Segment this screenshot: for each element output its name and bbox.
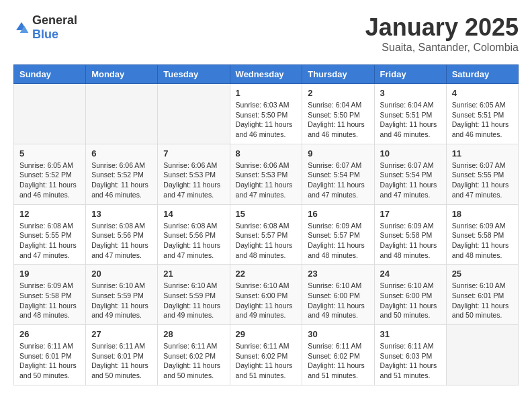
day-info: Sunrise: 6:07 AMSunset: 5:54 PMDaylight:… <box>380 161 441 200</box>
table-row: 5Sunrise: 6:05 AMSunset: 5:52 PMDaylight… <box>14 144 86 204</box>
day-number: 15 <box>236 209 297 219</box>
day-info: Sunrise: 6:06 AMSunset: 5:53 PMDaylight:… <box>236 161 297 200</box>
col-monday: Monday <box>86 65 158 84</box>
day-number: 1 <box>236 88 297 98</box>
calendar-week-row: 1Sunrise: 6:03 AMSunset: 5:50 PMDaylight… <box>14 84 519 144</box>
day-number: 22 <box>236 269 297 279</box>
table-row: 25Sunrise: 6:10 AMSunset: 6:01 PMDayligh… <box>446 265 518 325</box>
day-number: 2 <box>308 88 368 98</box>
col-tuesday: Tuesday <box>158 65 230 84</box>
logo-icon <box>13 19 30 36</box>
day-info: Sunrise: 6:11 AMSunset: 6:01 PMDaylight:… <box>91 341 152 381</box>
day-info: Sunrise: 6:04 AMSunset: 5:51 PMDaylight:… <box>380 100 441 140</box>
day-info: Sunrise: 6:10 AMSunset: 6:00 PMDaylight:… <box>236 281 297 320</box>
table-row <box>158 84 230 144</box>
day-info: Sunrise: 6:05 AMSunset: 5:51 PMDaylight:… <box>452 100 513 140</box>
day-number: 13 <box>91 209 152 219</box>
table-row: 14Sunrise: 6:08 AMSunset: 5:56 PMDayligh… <box>158 204 230 265</box>
day-info: Sunrise: 6:07 AMSunset: 5:54 PMDaylight:… <box>308 161 368 200</box>
day-info: Sunrise: 6:09 AMSunset: 5:58 PMDaylight:… <box>380 221 441 261</box>
calendar-week-row: 26Sunrise: 6:11 AMSunset: 6:01 PMDayligh… <box>14 325 519 385</box>
day-number: 17 <box>380 209 441 219</box>
day-info: Sunrise: 6:10 AMSunset: 6:00 PMDaylight:… <box>308 281 368 320</box>
day-number: 29 <box>236 329 297 339</box>
day-info: Sunrise: 6:10 AMSunset: 6:00 PMDaylight:… <box>380 281 441 320</box>
table-row: 21Sunrise: 6:10 AMSunset: 5:59 PMDayligh… <box>158 265 230 325</box>
day-number: 30 <box>308 329 368 339</box>
title-block: January 2025 Suaita, Santander, Colombia <box>365 13 519 54</box>
table-row: 13Sunrise: 6:08 AMSunset: 5:56 PMDayligh… <box>86 204 158 265</box>
day-info: Sunrise: 6:07 AMSunset: 5:55 PMDaylight:… <box>452 161 513 200</box>
day-number: 23 <box>308 269 368 279</box>
day-number: 4 <box>452 88 513 98</box>
table-row: 11Sunrise: 6:07 AMSunset: 5:55 PMDayligh… <box>446 144 518 204</box>
table-row: 2Sunrise: 6:04 AMSunset: 5:50 PMDaylight… <box>302 84 374 144</box>
day-number: 26 <box>19 329 80 339</box>
day-number: 20 <box>91 269 152 279</box>
calendar-week-row: 5Sunrise: 6:05 AMSunset: 5:52 PMDaylight… <box>14 144 519 204</box>
table-row: 12Sunrise: 6:08 AMSunset: 5:55 PMDayligh… <box>14 204 86 265</box>
day-info: Sunrise: 6:08 AMSunset: 5:57 PMDaylight:… <box>236 221 297 261</box>
day-number: 12 <box>19 209 80 219</box>
day-info: Sunrise: 6:08 AMSunset: 5:56 PMDaylight:… <box>163 221 224 261</box>
day-number: 21 <box>163 269 224 279</box>
day-info: Sunrise: 6:04 AMSunset: 5:50 PMDaylight:… <box>308 100 368 140</box>
day-info: Sunrise: 6:09 AMSunset: 5:58 PMDaylight:… <box>19 281 80 320</box>
table-row: 23Sunrise: 6:10 AMSunset: 6:00 PMDayligh… <box>302 265 374 325</box>
day-number: 28 <box>163 329 224 339</box>
day-number: 27 <box>91 329 152 339</box>
day-info: Sunrise: 6:06 AMSunset: 5:53 PMDaylight:… <box>163 161 224 200</box>
calendar-week-row: 12Sunrise: 6:08 AMSunset: 5:55 PMDayligh… <box>14 204 519 265</box>
table-row: 3Sunrise: 6:04 AMSunset: 5:51 PMDaylight… <box>374 84 446 144</box>
calendar-table: Sunday Monday Tuesday Wednesday Thursday… <box>13 64 519 385</box>
day-number: 5 <box>19 148 80 158</box>
day-info: Sunrise: 6:10 AMSunset: 5:59 PMDaylight:… <box>91 281 152 320</box>
day-info: Sunrise: 6:08 AMSunset: 5:56 PMDaylight:… <box>91 221 152 261</box>
table-row: 27Sunrise: 6:11 AMSunset: 6:01 PMDayligh… <box>86 325 158 385</box>
day-info: Sunrise: 6:11 AMSunset: 6:02 PMDaylight:… <box>236 341 297 381</box>
day-info: Sunrise: 6:08 AMSunset: 5:55 PMDaylight:… <box>19 221 80 261</box>
table-row: 4Sunrise: 6:05 AMSunset: 5:51 PMDaylight… <box>446 84 518 144</box>
day-number: 8 <box>236 148 297 158</box>
logo-general-text: General <box>32 13 77 27</box>
logo: General Blue <box>13 13 77 42</box>
day-number: 16 <box>308 209 368 219</box>
day-info: Sunrise: 6:10 AMSunset: 5:59 PMDaylight:… <box>163 281 224 320</box>
table-row: 18Sunrise: 6:09 AMSunset: 5:58 PMDayligh… <box>446 204 518 265</box>
table-row <box>14 84 86 144</box>
location-title: Suaita, Santander, Colombia <box>365 42 519 54</box>
day-number: 25 <box>452 269 513 279</box>
day-number: 9 <box>308 148 368 158</box>
day-info: Sunrise: 6:11 AMSunset: 6:02 PMDaylight:… <box>308 341 368 381</box>
day-number: 31 <box>380 329 441 339</box>
table-row: 26Sunrise: 6:11 AMSunset: 6:01 PMDayligh… <box>14 325 86 385</box>
table-row <box>86 84 158 144</box>
calendar-week-row: 19Sunrise: 6:09 AMSunset: 5:58 PMDayligh… <box>14 265 519 325</box>
col-sunday: Sunday <box>14 65 86 84</box>
day-number: 18 <box>452 209 513 219</box>
day-info: Sunrise: 6:05 AMSunset: 5:52 PMDaylight:… <box>19 161 80 200</box>
day-number: 3 <box>380 88 441 98</box>
day-number: 24 <box>380 269 441 279</box>
table-row: 9Sunrise: 6:07 AMSunset: 5:54 PMDaylight… <box>302 144 374 204</box>
table-row: 20Sunrise: 6:10 AMSunset: 5:59 PMDayligh… <box>86 265 158 325</box>
day-info: Sunrise: 6:11 AMSunset: 6:01 PMDaylight:… <box>19 341 80 381</box>
day-number: 19 <box>19 269 80 279</box>
day-info: Sunrise: 6:10 AMSunset: 6:01 PMDaylight:… <box>452 281 513 320</box>
col-friday: Friday <box>374 65 446 84</box>
day-info: Sunrise: 6:11 AMSunset: 6:03 PMDaylight:… <box>380 341 441 381</box>
table-row: 16Sunrise: 6:09 AMSunset: 5:57 PMDayligh… <box>302 204 374 265</box>
page-header: General Blue January 2025 Suaita, Santan… <box>13 13 519 54</box>
table-row: 19Sunrise: 6:09 AMSunset: 5:58 PMDayligh… <box>14 265 86 325</box>
day-number: 14 <box>163 209 224 219</box>
table-row: 22Sunrise: 6:10 AMSunset: 6:00 PMDayligh… <box>230 265 302 325</box>
table-row: 30Sunrise: 6:11 AMSunset: 6:02 PMDayligh… <box>302 325 374 385</box>
table-row: 1Sunrise: 6:03 AMSunset: 5:50 PMDaylight… <box>230 84 302 144</box>
table-row: 8Sunrise: 6:06 AMSunset: 5:53 PMDaylight… <box>230 144 302 204</box>
calendar-header-row: Sunday Monday Tuesday Wednesday Thursday… <box>14 65 519 84</box>
table-row: 10Sunrise: 6:07 AMSunset: 5:54 PMDayligh… <box>374 144 446 204</box>
table-row: 15Sunrise: 6:08 AMSunset: 5:57 PMDayligh… <box>230 204 302 265</box>
day-number: 11 <box>452 148 513 158</box>
table-row: 7Sunrise: 6:06 AMSunset: 5:53 PMDaylight… <box>158 144 230 204</box>
day-info: Sunrise: 6:09 AMSunset: 5:58 PMDaylight:… <box>452 221 513 261</box>
